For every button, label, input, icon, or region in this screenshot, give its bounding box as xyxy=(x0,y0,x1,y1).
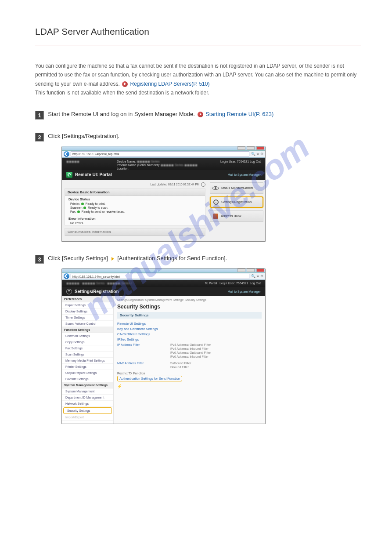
triangle-icon xyxy=(111,257,114,261)
window-titlebar xyxy=(62,268,265,273)
device-status-subheader: Device Status xyxy=(65,196,205,202)
link-ca-cert-settings[interactable]: CA Certificate Settings xyxy=(117,331,262,337)
ip-filter-row[interactable]: IPv6 Address: Outbound Filter xyxy=(170,351,211,355)
link-start-remote-ui[interactable]: Starting Remote UI(P. 623) xyxy=(205,111,273,117)
fax-label: Fax: xyxy=(70,210,76,213)
sidebar-item-security[interactable]: Security Settings xyxy=(63,407,112,414)
window-close-icon[interactable] xyxy=(256,268,264,272)
link-key-cert-settings[interactable]: Key and Certificate Settings xyxy=(117,326,262,331)
url-field[interactable]: http://192.168.1.24/portal_top.html xyxy=(71,151,249,156)
page-title: Security Settings xyxy=(117,304,262,310)
mac-filter-row[interactable]: Outbound Filter xyxy=(170,361,191,365)
link-auth-settings-send[interactable]: Authentication Settings for Send Functio… xyxy=(117,376,182,381)
sidebar-item-timer[interactable]: Timer Settings xyxy=(62,315,113,321)
ip-filter-row[interactable]: IPv6 Address: Inbound Filter xyxy=(170,355,209,359)
mail-to-sysmgr-link[interactable]: Mail to System Manager xyxy=(228,173,261,176)
title-rule xyxy=(35,46,361,46)
settings-registration-button[interactable]: Settings/Registration xyxy=(210,196,263,208)
scanner-status: Ready to scan. xyxy=(88,206,108,209)
window-min-icon[interactable] xyxy=(237,268,245,272)
sidebar-item-printer[interactable]: Printer Settings xyxy=(62,364,113,370)
link-ipsec-settings[interactable]: IPSec Settings xyxy=(117,337,262,342)
sidebar-item-common[interactable]: Common Settings xyxy=(62,333,113,339)
login-user-label: Login User: xyxy=(219,282,235,285)
window-max-icon[interactable] xyxy=(247,146,255,150)
window-titlebar xyxy=(62,146,265,151)
link-ip-filter[interactable]: IP Address Filter xyxy=(117,343,170,347)
printer-label: Printer: xyxy=(70,202,80,205)
gear-icon xyxy=(213,200,219,205)
sidebar-item-deptid[interactable]: Department ID Management xyxy=(62,395,113,401)
to-portal-link[interactable]: To Portal xyxy=(205,282,217,285)
mac-filter-row[interactable]: Inbound Filter xyxy=(170,365,189,369)
step-2-text: Click [Settings/Registration]. xyxy=(48,133,119,139)
location-label: Location: xyxy=(117,167,220,170)
sidebar-item-import-export[interactable]: Import/Export xyxy=(62,414,113,421)
sidebar-item-copy[interactable]: Copy Settings xyxy=(62,339,113,345)
product-name-label: Product Name (Serial Number): xyxy=(117,163,160,167)
brand-blur: ◼◼◼◼◼ · ◼◼◼◼◼ Series · ◼◼◼◼◼ Series / xyxy=(66,282,132,285)
url-field[interactable]: http://192.168.1.24/m_security.html xyxy=(71,274,249,279)
book-icon xyxy=(213,214,218,219)
link-mac-filter[interactable]: MAC Address Filter xyxy=(117,361,170,365)
sidebar-item-display[interactable]: Display Settings xyxy=(62,308,113,315)
step-3: 3 Click [Security Settings] [Authenticat… xyxy=(35,255,361,264)
play-icon xyxy=(198,112,203,117)
logout-link[interactable]: Log Out xyxy=(250,160,261,163)
back-icon[interactable] xyxy=(64,151,69,157)
link-remote-ui-settings[interactable]: Remote UI Settings xyxy=(117,321,262,326)
status-monitor-button[interactable]: Status Monitor/Cancel xyxy=(210,182,263,194)
step-number-3: 3 xyxy=(35,255,44,264)
step-3-suffix: [Authentication Settings for Send Functi… xyxy=(117,255,227,261)
browser-toolbar-icons: 🔍 ★ ⚙ xyxy=(251,274,263,278)
printer-status: Ready to print. xyxy=(86,202,106,205)
sidebar-item-sound-vol[interactable]: Sound Volume Control xyxy=(62,321,113,327)
ruler-icon: ⚡ xyxy=(117,384,262,388)
step-2: 2 Click [Settings/Registration]. xyxy=(35,133,361,141)
section-title: LDAP Server Authentication xyxy=(35,26,361,37)
step-3-prefix: Click [Security Settings] xyxy=(48,255,108,261)
last-updated-label: Last Updated 08/11 2015 02:37:44 PM xyxy=(151,182,200,185)
ip-filter-row[interactable]: IPv4 Address: Inbound Filter xyxy=(170,347,209,351)
status-dot-icon xyxy=(81,203,84,205)
sidebar-header-function: Function Settings xyxy=(62,327,113,333)
section-subheader: Security Settings xyxy=(117,312,262,319)
no-errors-text: No errors. xyxy=(65,221,205,225)
window-max-icon[interactable] xyxy=(247,268,255,272)
sidebar-item-paper[interactable]: Paper Settings xyxy=(62,302,113,308)
browser-address-bar: http://192.168.1.24/portal_top.html 🔍 ★ … xyxy=(62,151,265,158)
intro-note: This function is not available when the … xyxy=(35,90,209,96)
sidebar-item-memmedia[interactable]: Memory Media Print Settings xyxy=(62,358,113,364)
step-number-1: 1 xyxy=(35,111,44,120)
sidebar-item-fax[interactable]: Fax Settings xyxy=(62,345,113,352)
sidebar-item-scan[interactable]: Scan Settings xyxy=(62,352,113,358)
sidebar-item-favorite[interactable]: Favorite Settings xyxy=(62,376,113,382)
login-user-value: 7654321 xyxy=(236,282,248,285)
eye-icon xyxy=(212,186,219,190)
address-book-label: Address Book xyxy=(221,214,241,218)
remote-ui-icon xyxy=(66,172,72,178)
sidebar-item-sysman[interactable]: System Management xyxy=(62,388,113,395)
window-close-icon[interactable] xyxy=(256,146,264,150)
settings-registration-label: Settings/Registration xyxy=(221,200,252,204)
address-book-button[interactable]: Address Book xyxy=(210,210,263,222)
window-min-icon[interactable] xyxy=(237,146,245,150)
device-basic-info-header: Device Basic Information xyxy=(65,189,205,196)
mail-to-sysmgr-link[interactable]: Mail to System Manager xyxy=(228,290,261,293)
step-1-text: Start the Remote UI and log on in System… xyxy=(48,111,195,117)
sidebar-item-network[interactable]: Network Settings xyxy=(62,401,113,407)
ip-filter-row[interactable]: IPv4 Address: Outbound Filter xyxy=(170,343,211,347)
sidebar-item-output-report[interactable]: Output Report Settings xyxy=(62,370,113,376)
refresh-icon[interactable] xyxy=(201,182,205,187)
link-ldap-register[interactable]: Registering LDAP Servers(P. 510) xyxy=(130,81,209,87)
back-icon[interactable] xyxy=(64,273,69,279)
device-name-label: Device Name: xyxy=(117,160,136,163)
fax-status: Ready to send or receive faxes. xyxy=(82,210,125,213)
logout-link[interactable]: Log Out xyxy=(250,282,261,285)
login-user-label: Login User: xyxy=(220,160,236,163)
error-info-subheader: Error Information xyxy=(65,215,205,221)
device-name-value: ◼◼◼◼◼ Series xyxy=(137,160,160,163)
settings-registration-title: Settings/Registration xyxy=(75,289,119,294)
gear-icon xyxy=(66,289,72,294)
brand-blur: ◼◼◼◼◼ xyxy=(66,160,117,170)
